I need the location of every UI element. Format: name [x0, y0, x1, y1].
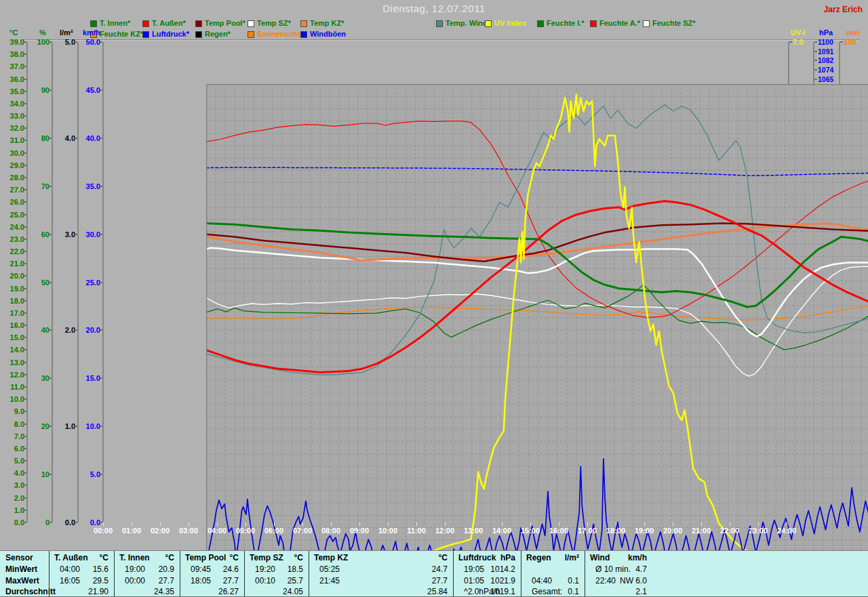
- table-cell-avg-value: 2.1: [635, 587, 647, 596]
- legend-swatch-icon: [300, 31, 307, 38]
- axis-unit-%: %: [39, 28, 46, 37]
- axis-tick-mark: [24, 275, 26, 276]
- legend-label: Temp Pool*: [205, 20, 245, 27]
- table-cell-avg-value: 25.84: [427, 587, 448, 596]
- time-label-0100: 01:00: [122, 527, 141, 535]
- table-cell-min-time: 19:00: [125, 564, 145, 574]
- legend-item-temp-sz-: Temp SZ*: [248, 20, 291, 27]
- legend-label: Temp KZ*: [310, 20, 344, 27]
- table-col-header: T. Innen: [119, 553, 150, 562]
- axis-tick-label: 22.0: [0, 248, 24, 255]
- table-cell-max-time: 21:45: [319, 576, 340, 585]
- axis-tick-mark: [100, 377, 102, 379]
- hour-tick-mark: [587, 522, 588, 526]
- axis-tick-label: 100: [844, 39, 856, 45]
- table-cell-min-time: Ø 10 min.: [595, 564, 631, 574]
- axis-unit-km/h: km/h: [83, 28, 100, 37]
- axis-tick-label: 10.0: [0, 423, 100, 430]
- axis-tick-mark: [24, 497, 26, 499]
- axis-tick-mark: [100, 234, 102, 235]
- legend-swatch-icon: [537, 20, 544, 27]
- axis-tick-label: 17.0: [0, 310, 24, 316]
- axis-tick-mark: [24, 325, 26, 326]
- hour-tick-mark: [701, 522, 702, 526]
- table-cell-min-value: 4.7: [635, 564, 647, 574]
- table-col-unit: hPa: [500, 553, 515, 562]
- table-column-separator: [244, 551, 245, 596]
- axis-tick-mark: [100, 282, 102, 283]
- table-cell-min-value: 15.6: [93, 564, 108, 574]
- axis-tick-label: 18.0: [0, 297, 24, 304]
- table-cell-max-value: 1021.9: [490, 576, 515, 585]
- legend-item-windb-en: Windböen: [300, 30, 346, 38]
- axis-tick-mark: [100, 138, 102, 139]
- legend-item-temp-pool-: Temp Pool*: [195, 20, 245, 27]
- hour-tick-mark: [416, 522, 417, 526]
- table-col-header: Regen: [526, 553, 551, 562]
- axis-tick-label: 29.0: [0, 162, 24, 169]
- axis-tick-mark: [100, 522, 102, 523]
- axis-tick-label: 40.0: [0, 135, 100, 142]
- axis-unit-min: min: [846, 28, 860, 37]
- axis-tick-label: 25.0: [0, 279, 100, 286]
- hour-tick-mark: [274, 522, 275, 526]
- axis-tick-label: 21.0: [0, 260, 24, 267]
- axis-tick-label: 36.0: [0, 76, 24, 83]
- axis-tick-label: 33.0: [0, 112, 24, 119]
- axis-tick-label: 2.0: [0, 495, 24, 501]
- legend-item-regen-: Regen*: [195, 30, 231, 38]
- axis-tick-mark: [24, 177, 26, 178]
- hour-tick-mark: [616, 522, 616, 526]
- axis-tick-label: 15.0: [0, 375, 100, 382]
- axis-tick-mark: [24, 201, 26, 203]
- axis-tick-mark: [814, 41, 817, 43]
- axis-tick-mark: [24, 460, 26, 461]
- table-col-header: Wind: [590, 553, 610, 562]
- legend-label: T. Außen*: [152, 20, 186, 27]
- table-column-separator: [521, 551, 521, 596]
- table-cell-min-value: 24.6: [223, 564, 239, 574]
- axis-tick-label: 32.0: [0, 125, 24, 131]
- axis-tick-label: 20.0: [0, 327, 100, 333]
- axis-tick-label: 6.0: [0, 445, 24, 452]
- hour-tick-mark: [302, 522, 303, 526]
- axis-tick-label: 1.0: [0, 507, 24, 514]
- axis-tick-mark: [24, 448, 26, 449]
- table-cell-min-time: 04:00: [60, 564, 80, 574]
- legend-label: Temp. Wind*: [446, 20, 490, 27]
- table-cell-avg-value: 26.27: [218, 587, 239, 596]
- table-cell-min-time: 19:05: [464, 564, 484, 574]
- axis-tick-label: 25.0: [0, 211, 24, 218]
- hour-tick-mark: [787, 522, 787, 526]
- weather-station-window: { "header": { "title": "Dienstag, 12.07.…: [0, 0, 868, 597]
- axis-tick-mark: [24, 485, 26, 486]
- hour-tick-mark: [673, 522, 673, 526]
- axis-tick-label: 3.0: [0, 482, 24, 489]
- time-label-1900: 19:00: [635, 527, 654, 535]
- legend-label: Feuchte A.*: [599, 20, 640, 27]
- time-label-2100: 21:00: [692, 527, 711, 535]
- axis-tick-label: 11.0: [0, 384, 24, 390]
- table-col-unit: km/h: [628, 553, 647, 562]
- axis-tick-mark: [100, 474, 102, 475]
- axis-tick-mark: [24, 127, 26, 129]
- legend-swatch-icon: [195, 31, 202, 38]
- hour-tick-mark: [359, 522, 360, 526]
- axis-tick-label: 0.0: [0, 519, 100, 526]
- table-col-unit: °C: [230, 553, 239, 562]
- hour-tick-mark: [217, 522, 218, 526]
- hour-tick-mark: [189, 522, 189, 526]
- axis-tick-mark: [24, 398, 26, 400]
- table-cell-max-value: 27.7: [432, 576, 448, 585]
- time-label-0400: 04:00: [208, 527, 226, 535]
- axis-tick-label: 1091: [818, 48, 833, 55]
- axis-tick-mark: [24, 239, 26, 240]
- table-row-label-minwert: MinWert: [5, 564, 37, 574]
- table-cell-avg-value: 1019.1: [490, 587, 515, 596]
- axis-tick-label: 1082: [818, 57, 833, 64]
- legend-swatch-icon: [248, 20, 254, 27]
- axis-tick-mark: [24, 251, 26, 252]
- axis-tick-label: 7.0: [0, 433, 24, 440]
- axis-tick-label: 35.0: [0, 183, 100, 190]
- table-row-label-durchschnitt: Durchschnitt: [5, 587, 56, 596]
